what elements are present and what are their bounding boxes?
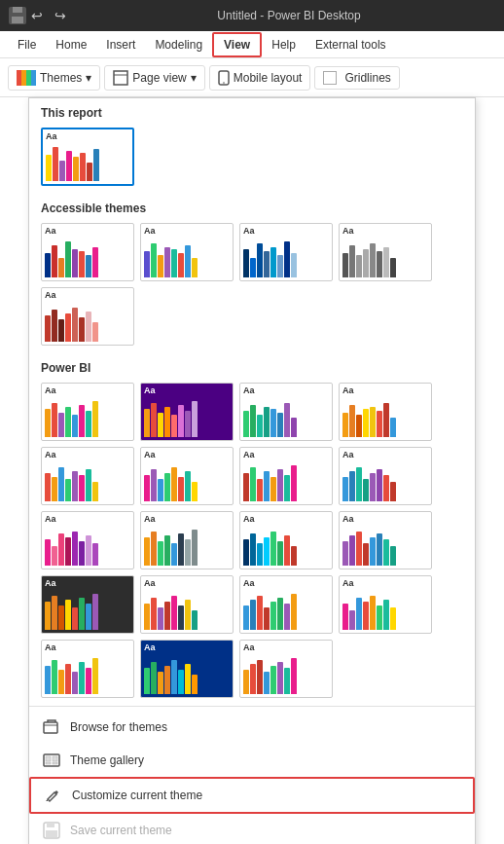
menu-options: Browse for themes Theme gallery bbox=[29, 706, 475, 844]
accessible-themes-header: Accessible themes bbox=[29, 194, 475, 219]
powerbi-themes-grid: Aa Aa bbox=[29, 379, 475, 706]
save-theme-label: Save current theme bbox=[70, 824, 172, 837]
svg-rect-17 bbox=[46, 762, 51, 764]
powerbi-theme-13[interactable]: Aa bbox=[41, 575, 134, 634]
accessible-theme-1[interactable]: Aa bbox=[41, 223, 134, 281]
save-theme-icon bbox=[43, 822, 60, 839]
svg-rect-18 bbox=[53, 762, 57, 764]
svg-point-12 bbox=[223, 82, 225, 84]
customize-label: Customize current theme bbox=[72, 789, 202, 802]
gallery-label: Theme gallery bbox=[70, 753, 144, 767]
customize-current-theme[interactable]: Customize current theme bbox=[29, 777, 475, 814]
powerbi-theme-8[interactable]: Aa bbox=[339, 447, 432, 505]
menu-external-tools[interactable]: External tools bbox=[306, 34, 396, 55]
title-bar-icons: ↩ ↪ bbox=[8, 6, 74, 25]
svg-rect-16 bbox=[53, 756, 57, 761]
customize-icon bbox=[45, 787, 62, 804]
menu-help[interactable]: Help bbox=[262, 34, 306, 55]
mobile-layout-button[interactable]: Mobile layout bbox=[209, 65, 311, 91]
menu-insert[interactable]: Insert bbox=[96, 34, 145, 55]
powerbi-theme-4[interactable]: Aa bbox=[339, 383, 432, 441]
powerbi-theme-19[interactable]: Aa bbox=[239, 640, 333, 698]
gridlines-button[interactable]: Gridlines bbox=[314, 66, 399, 90]
svg-text:↪: ↪ bbox=[54, 8, 66, 23]
powerbi-theme-5[interactable]: Aa bbox=[41, 447, 134, 505]
accessible-theme-3[interactable]: Aa bbox=[239, 223, 333, 281]
powerbi-theme-18[interactable]: Aa bbox=[140, 640, 234, 698]
powerbi-theme-9[interactable]: Aa bbox=[41, 511, 134, 569]
gallery-icon bbox=[43, 752, 60, 769]
save-current-theme: Save current theme bbox=[29, 814, 475, 844]
browse-themes-label: Browse for themes bbox=[70, 720, 167, 734]
ribbon: Themes ▾ Page view ▾ Mobile layout Gridl… bbox=[0, 58, 504, 97]
mobile-layout-label: Mobile layout bbox=[234, 71, 303, 85]
themes-button[interactable]: Themes ▾ bbox=[8, 65, 100, 91]
title-bar: ↩ ↪ Untitled - Power BI Desktop bbox=[0, 0, 504, 31]
svg-rect-9 bbox=[114, 71, 127, 85]
powerbi-theme-2[interactable]: Aa bbox=[140, 383, 234, 441]
svg-rect-7 bbox=[26, 70, 31, 86]
theme-aa-label: Aa bbox=[46, 132, 129, 141]
theme-tile-current[interactable]: Aa bbox=[41, 128, 134, 186]
powerbi-theme-11[interactable]: Aa bbox=[239, 511, 333, 569]
svg-rect-5 bbox=[17, 70, 21, 86]
themes-chevron-icon[interactable]: ▾ bbox=[86, 71, 91, 85]
menu-view[interactable]: View bbox=[212, 32, 262, 57]
powerbi-theme-16[interactable]: Aa bbox=[339, 575, 432, 634]
gridlines-checkbox[interactable] bbox=[323, 71, 337, 85]
powerbi-theme-12[interactable]: Aa bbox=[339, 511, 432, 569]
powerbi-theme-7[interactable]: Aa bbox=[239, 447, 333, 505]
themes-icon bbox=[17, 70, 36, 86]
powerbi-header: Power BI bbox=[29, 353, 475, 379]
mobile-layout-icon bbox=[218, 70, 230, 86]
accessible-theme-2[interactable]: Aa bbox=[140, 223, 234, 281]
powerbi-theme-1[interactable]: Aa bbox=[41, 383, 134, 441]
redo-icon[interactable]: ↪ bbox=[54, 6, 74, 25]
powerbi-theme-17[interactable]: Aa bbox=[41, 640, 134, 698]
svg-rect-20 bbox=[47, 823, 54, 827]
powerbi-theme-14[interactable]: Aa bbox=[140, 575, 234, 634]
menu-bar: File Home Insert Modeling View Help Exte… bbox=[0, 31, 504, 58]
accessible-theme-4[interactable]: Aa bbox=[339, 223, 432, 281]
this-report-header: This report bbox=[29, 98, 475, 124]
title-bar-title: Untitled - Power BI Desktop bbox=[82, 9, 496, 22]
gridlines-label: Gridlines bbox=[344, 71, 390, 85]
browse-icon bbox=[43, 718, 60, 736]
this-report-grid: Aa bbox=[29, 124, 475, 194]
svg-rect-6 bbox=[21, 70, 26, 86]
themes-label: Themes bbox=[40, 71, 82, 85]
accessible-themes-grid: Aa Aa bbox=[29, 219, 475, 353]
svg-rect-13 bbox=[44, 722, 57, 733]
menu-modeling[interactable]: Modeling bbox=[145, 34, 212, 55]
svg-rect-2 bbox=[12, 17, 23, 23]
svg-rect-1 bbox=[13, 7, 22, 13]
powerbi-theme-3[interactable]: Aa bbox=[239, 383, 333, 441]
undo-icon[interactable]: ↩ bbox=[31, 6, 51, 25]
page-view-icon bbox=[113, 70, 128, 86]
svg-text:↩: ↩ bbox=[31, 8, 43, 23]
theme-gallery[interactable]: Theme gallery bbox=[29, 744, 475, 777]
svg-rect-8 bbox=[31, 70, 36, 86]
theme-bars bbox=[46, 143, 129, 181]
menu-file[interactable]: File bbox=[8, 34, 46, 55]
save-icon[interactable] bbox=[8, 6, 27, 25]
powerbi-theme-15[interactable]: Aa bbox=[239, 575, 333, 634]
page-view-button[interactable]: Page view ▾ bbox=[104, 65, 204, 91]
svg-rect-21 bbox=[46, 830, 57, 837]
accessible-theme-5[interactable]: Aa bbox=[41, 287, 134, 346]
browse-for-themes[interactable]: Browse for themes bbox=[29, 711, 475, 744]
pageview-chevron-icon[interactable]: ▾ bbox=[191, 71, 197, 85]
svg-rect-15 bbox=[46, 756, 51, 761]
powerbi-theme-10[interactable]: Aa bbox=[140, 511, 234, 569]
themes-dropdown-panel: This report Aa Accessible themes bbox=[28, 97, 476, 844]
pageview-label: Page view bbox=[132, 71, 186, 85]
powerbi-theme-6[interactable]: Aa bbox=[140, 447, 234, 505]
menu-home[interactable]: Home bbox=[46, 34, 96, 55]
